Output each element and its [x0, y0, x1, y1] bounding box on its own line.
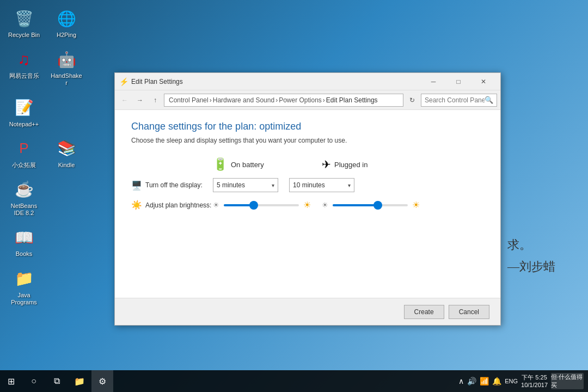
up-button[interactable]: ↑ [149, 94, 162, 107]
volume-icon[interactable]: 🔊 [467, 377, 476, 385]
desktop: 🗑️ Recycle Bin 🌐 H2Ping ♫ 网易云音乐 🤖 HandSh… [0, 0, 588, 392]
column-headers: 🔋 On battery ✈ Plugged in [213, 157, 484, 171]
breadcrumb-power[interactable]: Power Options [279, 96, 322, 104]
battery-label: On battery [231, 161, 264, 169]
system-clock[interactable]: 下午 5:25 10/1/2017 [521, 373, 548, 389]
search-input[interactable] [425, 96, 485, 104]
search-icon[interactable]: 🔍 [485, 96, 493, 104]
sun-large-battery: ☀ [303, 200, 311, 210]
battery-display-dropdown[interactable]: 5 minutes ▾ [213, 178, 278, 192]
back-button[interactable]: ← [118, 94, 131, 107]
forward-button[interactable]: → [133, 94, 146, 107]
netease-music-label: 网易云音乐 [9, 72, 39, 79]
desktop-icon-recycle-bin[interactable]: 🗑️ Recycle Bin [5, 5, 42, 41]
task-view-button[interactable]: ⧉ [46, 370, 68, 392]
ime-indicator[interactable]: ENG [505, 378, 518, 384]
notepad-label: Notepad++ [9, 121, 39, 128]
window-controls: ─ □ ✕ [421, 73, 496, 90]
kindle-label: Kindle [58, 162, 75, 169]
notification-icon[interactable]: 🔔 [492, 377, 501, 385]
xiaoz-label: 小众拓展 [12, 162, 36, 169]
dropdown-arrow-plugged-display: ▾ [348, 182, 351, 188]
search-button[interactable]: ○ [23, 370, 45, 392]
search-box[interactable]: 🔍 [421, 94, 497, 107]
brightness-controls: ☀ ☀ ☀ [213, 200, 420, 210]
plugged-slider-track[interactable] [333, 204, 408, 206]
network-icon[interactable]: 📶 [480, 377, 489, 385]
battery-slider-track[interactable] [224, 204, 299, 206]
address-bar: ← → ↑ Control Panel › Hardware and Sound… [115, 90, 500, 110]
h2ping-icon: 🌐 [56, 8, 77, 29]
page-title: Change settings for the plan: optimized [131, 121, 484, 132]
books-label: Books [16, 250, 33, 258]
sun-small-plugged: ☀ [322, 201, 328, 209]
maximize-button[interactable]: □ [446, 73, 471, 90]
plugged-brightness-slider[interactable]: ☀ ☀ [322, 200, 420, 210]
plugged-icon: ✈ [322, 158, 331, 171]
plugged-in-header: ✈ Plugged in [322, 158, 431, 171]
sun-small-battery: ☀ [213, 201, 219, 209]
file-explorer-button[interactable]: 📁 [69, 370, 90, 392]
breadcrumb-edit-plan: Edit Plan Settings [326, 96, 378, 104]
create-button[interactable]: Create [404, 305, 444, 319]
desktop-icon-java[interactable]: 📁 Java Programs [5, 266, 42, 308]
settings-grid: 🔋 On battery ✈ Plugged in 🖥️ Turn off th… [131, 157, 484, 210]
netbeans-label: NetBeans IDE 8.2 [8, 203, 40, 217]
battery-brightness-slider[interactable]: ☀ ☀ [213, 200, 311, 210]
sun-large-plugged: ☀ [412, 200, 420, 210]
window-title-bar: ⚡ Edit Plan Settings ─ □ ✕ [115, 73, 500, 90]
turn-off-label: 🖥️ Turn off the display: [131, 180, 213, 191]
desktop-icon-notepad[interactable]: 📝 Notepad++ [5, 95, 42, 130]
plugged-display-dropdown[interactable]: 10 minutes ▾ [289, 178, 354, 192]
desktop-icon-handshaker[interactable]: 🤖 HandShaker [48, 46, 85, 89]
cancel-button[interactable]: Cancel [449, 305, 489, 319]
taskbar-left: ⊞ ○ ⧉ 📁 ⚙ [0, 370, 113, 392]
start-button[interactable]: ⊞ [0, 370, 22, 392]
desktop-icon-xiaoz[interactable]: P 小众拓展 [5, 136, 42, 171]
brand-logo: 但·什么值得买 [551, 373, 584, 389]
desktop-icons-area: 🗑️ Recycle Bin 🌐 H2Ping ♫ 网易云音乐 🤖 HandSh… [5, 5, 85, 308]
recycle-bin-label: Recycle Bin [8, 32, 40, 39]
desktop-icon-kindle[interactable]: 📚 Kindle [48, 136, 85, 171]
brightness-label: ☀️ Adjust plan brightness: [131, 200, 213, 210]
recycle-bin-icon: 🗑️ [13, 8, 35, 29]
taskbar-right: ∧ 🔊 📶 🔔 ENG 下午 5:25 10/1/2017 但·什么值得买 [458, 373, 588, 389]
window-footer: Create Cancel [115, 298, 500, 325]
desktop-icon-books[interactable]: 📖 Books [5, 224, 42, 260]
breadcrumb-hardware[interactable]: Hardware and Sound [213, 96, 274, 104]
minimize-button[interactable]: ─ [421, 73, 446, 90]
desktop-icon-netease-music[interactable]: ♫ 网易云音乐 [5, 46, 42, 89]
handwritten-text: 求。 —刘步蜡 [507, 234, 555, 277]
dropdown-arrow-battery-display: ▾ [272, 182, 274, 188]
handshaker-label: HandShaker [50, 72, 83, 87]
on-battery-header: 🔋 On battery [213, 157, 322, 171]
show-hidden-icon[interactable]: ∧ [458, 377, 464, 385]
address-path[interactable]: Control Panel › Hardware and Sound › Pow… [164, 94, 403, 107]
title-bar-left: ⚡ Edit Plan Settings [119, 77, 183, 86]
close-button[interactable]: ✕ [471, 73, 496, 90]
monitor-icon: 🖥️ [131, 180, 142, 191]
h2ping-label: H2Ping [57, 32, 76, 39]
desktop-icon-h2ping[interactable]: 🌐 H2Ping [48, 5, 85, 41]
page-subtitle: Choose the sleep and display settings th… [131, 137, 484, 144]
desktop-icon-netbeans[interactable]: ☕ NetBeans IDE 8.2 [5, 176, 42, 219]
sun-icon: ☀️ [131, 200, 142, 210]
turn-off-controls: 5 minutes ▾ 10 minutes ▾ [213, 178, 354, 192]
brightness-row: ☀️ Adjust plan brightness: ☀ ☀ [131, 200, 484, 210]
window-icon: ⚡ [119, 77, 128, 86]
refresh-button[interactable]: ↻ [406, 94, 419, 107]
taskbar: ⊞ ○ ⧉ 📁 ⚙ ∧ 🔊 📶 🔔 ENG 下午 5:25 10/1/2017 … [0, 370, 588, 392]
battery-icon: 🔋 [213, 157, 228, 171]
active-window-button[interactable]: ⚙ [91, 370, 113, 392]
turn-off-display-row: 🖥️ Turn off the display: 5 minutes ▾ 10 … [131, 178, 484, 192]
java-label: Java Programs [8, 292, 40, 306]
breadcrumb-controlpanel[interactable]: Control Panel [169, 96, 209, 104]
window-content: Change settings for the plan: optimized … [115, 110, 500, 298]
plugged-label: Plugged in [334, 161, 367, 169]
edit-plan-settings-window: ⚡ Edit Plan Settings ─ □ ✕ ← → ↑ Control… [114, 72, 501, 326]
window-title: Edit Plan Settings [131, 78, 183, 85]
